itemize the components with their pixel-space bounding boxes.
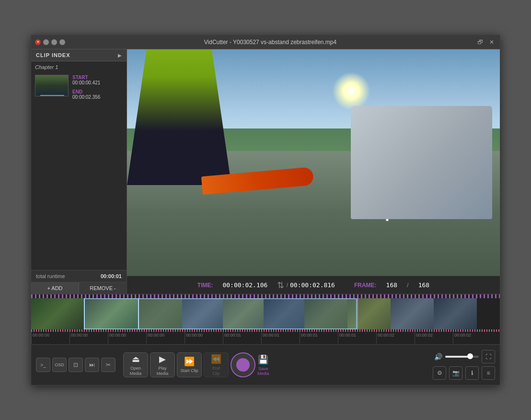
ruler-5: 00:00:01 — [223, 332, 261, 344]
car — [351, 106, 493, 219]
tl-thumb-3 — [139, 298, 182, 329]
video-container — [127, 49, 500, 276]
ruler-9: 00:00:02 — [376, 332, 415, 344]
fullscreen-button[interactable]: ⛶ — [482, 350, 495, 363]
restore-button[interactable]: 🗗 — [475, 38, 485, 47]
tl-thumb-5 — [223, 298, 264, 329]
ruler-1: 00:00:00 — [69, 332, 108, 344]
time-current: 00:00:02.106 — [222, 281, 267, 289]
screenshot-icon: ⊡ — [73, 362, 78, 368]
video-frame — [127, 49, 500, 276]
small-tools-top: >_ OSD ⊡ ⏭ ✂ — [36, 358, 115, 372]
save-media-button[interactable]: 💾 SaveMedia — [257, 354, 269, 376]
open-media-icon: ⏏ — [132, 354, 140, 364]
list-button[interactable]: ≡ — [482, 366, 495, 380]
osd-button[interactable]: OSD — [52, 358, 67, 372]
start-info: START 00:00:00.421 — [72, 75, 100, 85]
tl-thumb-9 — [391, 298, 434, 329]
ruler-2: 00:00:00 — [108, 332, 146, 344]
tl-thumb-2 — [84, 298, 139, 329]
tl-thumb-1 — [31, 298, 84, 329]
tl-thumb-8 — [347, 298, 391, 329]
list-icon: ≡ — [486, 370, 490, 376]
frame-current: 168 — [386, 281, 397, 289]
timeline-ruler: 00:00:00 00:00:00 00:00:00 00:00:00 00:0… — [31, 332, 500, 344]
add-remove-bar: + ADD REMOVE - — [31, 282, 127, 294]
window-close-button[interactable]: ✕ — [487, 38, 496, 47]
next-frame-icon: ⏭ — [89, 362, 95, 368]
chapter-label: Chapter 1 — [31, 61, 127, 73]
settings-icon: ⚙ — [437, 370, 442, 376]
osd-label: OSD — [55, 362, 64, 367]
start-clip-label: Start Clip — [180, 368, 198, 373]
settings-button[interactable]: ⚙ — [433, 366, 446, 380]
clip-thumbnail — [35, 75, 69, 96]
volume-fill — [445, 356, 469, 358]
ruler-7: 00:00:01 — [300, 332, 338, 344]
ruler-8: 00:00:01 — [338, 332, 376, 344]
ruler-11: 00:00:02 — [453, 332, 491, 344]
runtime-value: 00:00:01 — [101, 273, 122, 279]
record-button[interactable] — [231, 352, 255, 377]
volume-slider[interactable] — [445, 356, 479, 358]
start-time: 00:00:00.421 — [72, 80, 100, 85]
ruler-0: 00:00:00 — [31, 332, 69, 344]
end-info: END 00:00:02.356 — [72, 89, 100, 100]
start-clip-button[interactable]: ⏩ Start Clip — [177, 352, 202, 377]
minimize-button[interactable] — [43, 39, 49, 45]
save-media-icon: 💾 — [258, 354, 268, 365]
scissors-button[interactable]: ✂ — [101, 358, 115, 372]
total-runtime-bar: total runtime 00:00:01 — [31, 270, 127, 282]
window-controls: ✕ — [35, 39, 65, 45]
clip-entry: START 00:00:00.421 END 00:00:02.356 — [31, 73, 127, 102]
ruler-3: 00:00:00 — [146, 332, 185, 344]
end-clip-button[interactable]: ⏪ EndClip — [204, 352, 229, 377]
clip-index-play-button[interactable]: ▶ — [118, 53, 122, 58]
video-area: TIME: 00:00:02.106 ⇅ / 00:00:02.816 FRAM… — [127, 49, 500, 294]
timeline-strip[interactable] — [31, 298, 500, 329]
tl-thumb-10 — [434, 298, 477, 329]
volume-thumb[interactable] — [467, 353, 473, 359]
time-spinner[interactable]: ⇅ — [277, 280, 284, 291]
close-button[interactable]: ✕ — [35, 39, 41, 45]
main-window: ✕ VidCutter - Y0030527 vs-abstand zebras… — [31, 35, 500, 385]
time-label: TIME: — [197, 282, 213, 289]
extra-button[interactable] — [59, 39, 65, 45]
open-media-button[interactable]: ⏏ OpenMedia — [123, 352, 148, 377]
runtime-label: total runtime — [36, 273, 65, 279]
tl-thumb-6 — [264, 298, 304, 329]
add-button[interactable]: + ADD — [31, 282, 79, 294]
screenshot-button[interactable]: ⊡ — [69, 358, 83, 372]
save-group: 💾 SaveMedia — [231, 352, 269, 377]
frame-separator: / — [407, 281, 409, 289]
next-frame-button[interactable]: ⏭ — [85, 358, 99, 372]
clip-index-label: CLIP INDEX — [36, 52, 70, 58]
frame-total: 168 — [418, 281, 429, 289]
play-media-button[interactable]: ▶ PlayMedia — [150, 352, 175, 377]
right-controls: 🔊 ⛶ ⚙ 📷 ℹ ≡ — [433, 350, 495, 380]
bottom-icon-row: ⚙ 📷 ℹ ≡ — [433, 366, 495, 380]
timeline-dots-top — [31, 294, 500, 298]
sidebar: CLIP INDEX ▶ Chapter 1 START 00:00:00.42… — [31, 49, 127, 294]
maximize-button[interactable] — [51, 39, 57, 45]
toolbar: >_ OSD ⊡ ⏭ ✂ ⏏ OpenMedia — [31, 344, 500, 385]
time-total: 00:00:02.816 — [290, 281, 335, 289]
camera-button[interactable]: 📷 — [449, 366, 462, 380]
ruler-6: 00:00:01 — [261, 332, 300, 344]
save-media-label: SaveMedia — [257, 366, 269, 376]
record-dot — [236, 358, 250, 372]
remove-button[interactable]: REMOVE - — [79, 282, 127, 294]
info-icon: ℹ — [471, 370, 473, 376]
main-content: CLIP INDEX ▶ Chapter 1 START 00:00:00.42… — [31, 49, 500, 294]
end-time: 00:00:02.356 — [72, 94, 100, 100]
end-clip-icon: ⏪ — [211, 354, 221, 364]
titlebar: ✕ VidCutter - Y0030527 vs-abstand zebras… — [31, 35, 500, 49]
titlebar-right-controls: 🗗 ✕ — [475, 38, 496, 47]
info-button[interactable]: ℹ — [465, 366, 479, 380]
camera-icon: 📷 — [452, 370, 460, 376]
sidebar-spacer — [31, 102, 127, 270]
timeline-area: 00:00:00 00:00:00 00:00:00 00:00:00 00:0… — [31, 294, 500, 344]
tl-thumb-4 — [182, 298, 223, 329]
terminal-button[interactable]: >_ — [36, 358, 50, 372]
volume-icon: 🔊 — [434, 353, 442, 361]
